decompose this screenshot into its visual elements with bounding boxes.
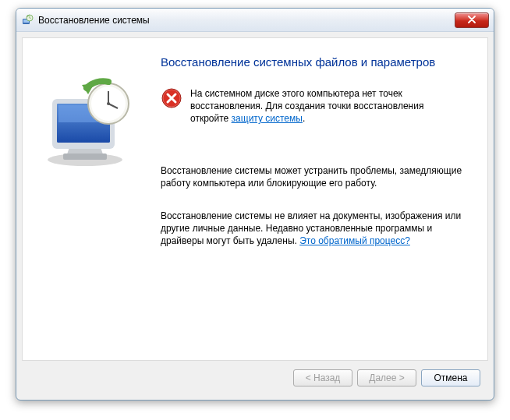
button-bar: < Назад Далее > Отмена [22,362,488,394]
error-text: На системном диске этого компьютера нет … [190,87,462,125]
back-button: < Назад [293,369,352,386]
error-icon [161,87,182,109]
close-button[interactable] [455,12,489,28]
paragraph-2: Восстановление системы не влияет на доку… [161,210,470,248]
reversible-process-link[interactable]: Это обратимый процесс? [299,235,410,246]
page-title: Восстановление системных файлов и параме… [161,55,470,69]
close-icon [467,15,476,26]
title-bar: Восстановление системы [16,9,494,32]
error-text-post: . [303,113,305,124]
illustration-column [40,55,153,352]
svg-rect-5 [63,154,107,160]
restore-illustration-icon [40,76,140,175]
window-title: Восстановление системы [38,15,455,26]
svg-point-14 [107,102,110,105]
text-column: Восстановление системных файлов и параме… [153,55,470,352]
restore-icon [21,14,34,26]
cancel-button[interactable]: Отмена [421,369,480,386]
content-area: Восстановление системных файлов и параме… [22,37,488,361]
main-content: Восстановление системных файлов и параме… [23,38,487,360]
system-protection-link[interactable]: защиту системы [232,113,303,124]
paragraph-1: Восстановление системы может устранить п… [161,164,470,189]
error-block: На системном диске этого компьютера нет … [161,87,470,125]
next-button: Далее > [357,369,416,386]
error-text-pre: На системном диске этого компьютера нет … [190,88,423,124]
dialog-window: Восстановление системы [16,8,494,401]
